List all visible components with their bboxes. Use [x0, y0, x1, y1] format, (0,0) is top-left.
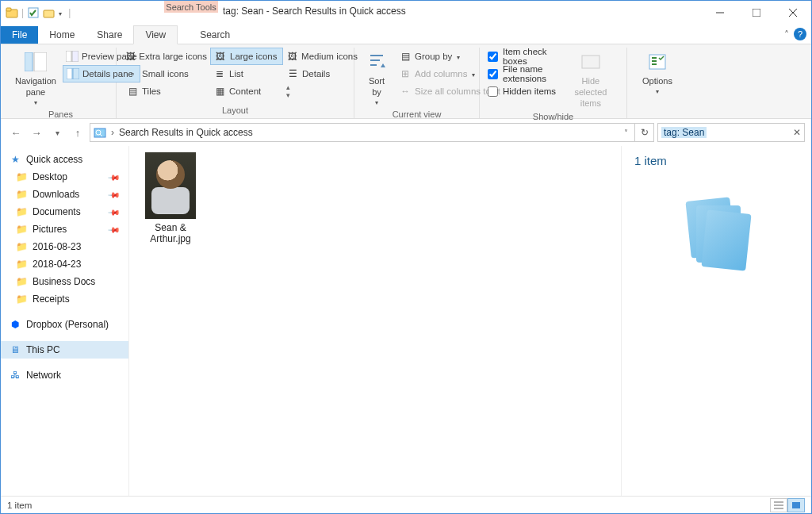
group-show-hide-label: Show/hide [486, 110, 620, 125]
search-results-icon [94, 126, 106, 139]
item-check-boxes-toggle[interactable]: Item check boxes [486, 48, 558, 65]
options-button[interactable]: Options ▾ [634, 48, 681, 97]
file-thumbnail [145, 152, 196, 219]
svg-rect-5 [753, 9, 760, 17]
minimize-button[interactable] [702, 1, 738, 25]
forward-button[interactable]: → [28, 124, 45, 141]
tab-search[interactable]: Search [189, 25, 241, 44]
sidebar-dropbox[interactable]: ⬢Dropbox (Personal) [1, 316, 128, 333]
hidden-items-toggle[interactable]: Hidden items [486, 82, 558, 100]
layout-extra-large[interactable]: 🖼Extra large icons [123, 48, 210, 65]
layout-small[interactable]: ▫Small icons [123, 65, 210, 82]
content-icon: ▦ [213, 85, 226, 98]
tab-view[interactable]: View [133, 25, 178, 44]
layout-list[interactable]: ≣List [210, 65, 283, 82]
sidebar-quick-access[interactable]: ★ Quick access [1, 151, 128, 168]
up-button[interactable]: ↑ [69, 124, 86, 141]
sidebar-item-folder[interactable]: 📁2018-04-23 [1, 255, 128, 273]
details-icon: ☰ [286, 67, 299, 80]
tiles-icon: ▤ [126, 85, 139, 98]
properties-icon[interactable] [27, 6, 40, 19]
results-grid[interactable]: Sean & Arthur.jpg [129, 146, 621, 496]
folder-icon: 📁 [15, 240, 28, 253]
sidebar-item-desktop[interactable]: 📁Desktop📌 [1, 168, 128, 186]
svg-rect-14 [582, 56, 599, 68]
view-large-icons-button[interactable] [787, 498, 805, 512]
breadcrumb-separator[interactable]: › [111, 127, 114, 138]
quick-access-icon: ★ [9, 153, 21, 166]
svg-rect-9 [34, 52, 47, 71]
hide-selected-label: Hide selected items [565, 76, 617, 109]
medium-icons-icon: 🖼 [286, 50, 298, 63]
navbar: ← → ▾ ↑ › Search Results in Quick access… [1, 119, 811, 146]
group-layout-label: Layout [123, 104, 347, 118]
explorer-icon [6, 6, 18, 19]
details-count: 1 item [634, 154, 799, 167]
recent-locations-button[interactable]: ▾ [48, 124, 66, 141]
contextual-tab-search-tools: Search Tools [164, 1, 218, 13]
titlebar: | ▾ | Search Tools tag: Sean - Search Re… [1, 1, 811, 25]
ribbon-view: Navigation pane ▾ Preview pane Details p… [1, 44, 811, 119]
sidebar-item-downloads[interactable]: 📁Downloads📌 [1, 186, 128, 203]
sort-by-label: Sort by [364, 76, 389, 98]
maximize-button[interactable] [738, 1, 775, 25]
search-input[interactable]: tag: Sean ✕ [657, 123, 805, 142]
address-bar[interactable]: › Search Results in Quick access ˅ [90, 123, 635, 142]
layout-large[interactable]: 🖼Large icons [210, 48, 283, 65]
tab-share[interactable]: Share [86, 26, 133, 44]
hide-selected-button: Hide selected items [561, 48, 620, 110]
sidebar-this-pc[interactable]: 🖥This PC [1, 341, 128, 359]
ribbon-tabs: File Home Share View Search ˄ ? [1, 25, 811, 44]
folder-icon: 📁 [15, 258, 28, 270]
list-icon: ≣ [213, 67, 226, 80]
layout-content[interactable]: ▦Content [210, 82, 283, 100]
window-title: tag: Sean - Search Results in Quick acce… [223, 6, 406, 17]
group-current-view-label: Current view [361, 108, 473, 122]
navigation-pane-label: Navigation pane [15, 76, 56, 98]
svg-rect-13 [73, 68, 79, 79]
address-dropdown[interactable]: ˅ [621, 128, 631, 137]
sidebar-item-pictures[interactable]: 📁Pictures📌 [1, 221, 128, 238]
size-columns-icon: ↔ [399, 85, 412, 98]
layout-scroll-down[interactable]: ▾ [286, 91, 290, 99]
svg-rect-19 [792, 502, 800, 508]
status-text: 1 item [7, 501, 32, 510]
layout-scroll-up[interactable]: ▴ [286, 83, 290, 91]
sidebar-item-folder[interactable]: 📁Receipts [1, 290, 128, 308]
small-icons-icon: ▫ [126, 67, 139, 80]
help-icon[interactable]: ? [794, 28, 806, 40]
file-item[interactable]: Sean & Arthur.jpg [139, 152, 202, 244]
svg-rect-11 [72, 51, 79, 62]
group-panes-label: Panes [12, 108, 109, 122]
options-label: Options [642, 76, 672, 87]
back-button[interactable]: ← [7, 124, 25, 141]
refresh-button[interactable]: ↻ [635, 123, 654, 142]
svg-rect-1 [6, 8, 11, 11]
sidebar-network[interactable]: 🖧Network [1, 366, 128, 384]
status-bar: 1 item [1, 496, 811, 513]
this-pc-icon: 🖥 [9, 343, 21, 356]
search-term: tag: Sean [661, 127, 707, 138]
close-button[interactable] [775, 1, 811, 25]
collapse-ribbon-icon[interactable]: ˄ [784, 29, 789, 40]
sidebar-item-folder[interactable]: 📁Business Docs [1, 273, 128, 290]
svg-rect-10 [66, 51, 71, 62]
tab-home[interactable]: Home [38, 26, 86, 44]
view-details-button[interactable] [770, 498, 787, 512]
sidebar-item-documents[interactable]: 📁Documents📌 [1, 203, 128, 221]
layout-medium[interactable]: 🖼Medium icons [283, 48, 361, 65]
breadcrumb[interactable]: Search Results in Quick access [119, 127, 253, 138]
new-folder-icon[interactable] [43, 6, 56, 19]
navigation-pane-button[interactable]: Navigation pane ▾ [12, 48, 59, 108]
qat-dropdown-icon[interactable]: ▾ [59, 10, 62, 17]
sort-by-button[interactable]: Sort by ▾ [361, 48, 393, 108]
tab-file[interactable]: File [1, 26, 38, 44]
clear-search-button[interactable]: ✕ [793, 127, 801, 138]
file-name-label: Sean & Arthur.jpg [139, 222, 202, 244]
svg-rect-8 [25, 52, 33, 71]
file-name-extensions-toggle[interactable]: File name extensions [486, 65, 558, 82]
pin-icon: 📌 [108, 205, 121, 218]
layout-details[interactable]: ☰Details [283, 65, 361, 82]
sidebar-item-folder[interactable]: 📁2016-08-23 [1, 238, 128, 255]
layout-tiles[interactable]: ▤Tiles [123, 82, 210, 100]
